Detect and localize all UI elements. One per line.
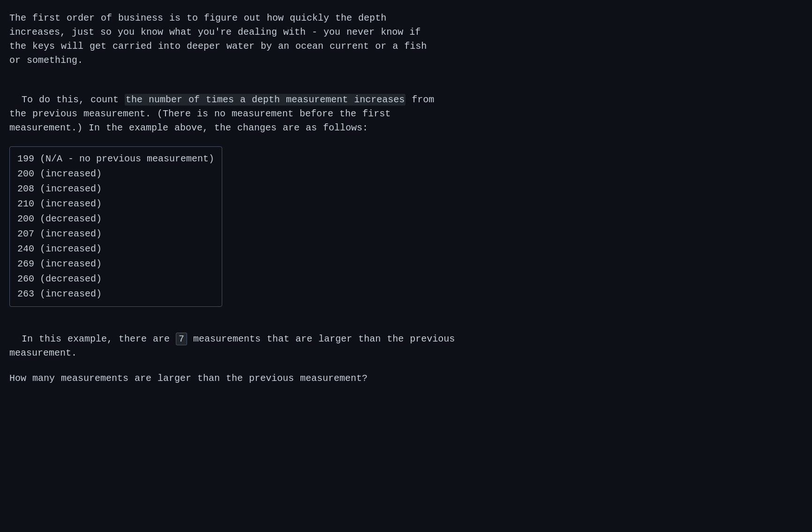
code-line: 208 (increased): [17, 182, 214, 197]
code-line: 200 (decreased): [17, 212, 214, 227]
code-line: 263 (increased): [17, 287, 214, 302]
summary-paragraph: In this example, there are 7 measurement…: [9, 318, 803, 360]
instruction-highlight: the number of times a depth measurement …: [125, 94, 406, 106]
code-line: 200 (increased): [17, 167, 214, 182]
code-line: 199 (N/A - no previous measurement): [17, 152, 214, 167]
code-block: 199 (N/A - no previous measurement)200 (…: [9, 146, 222, 307]
instruction-paragraph: To do this, count the number of times a …: [9, 79, 803, 135]
instruction-text-before: To do this, count: [22, 94, 125, 105]
code-line: 260 (decreased): [17, 272, 214, 287]
intro-paragraph: The first order of business is to figure…: [9, 11, 803, 68]
question-paragraph: How many measurements are larger than th…: [9, 372, 803, 386]
code-line: 207 (increased): [17, 227, 214, 242]
code-line: 210 (increased): [17, 197, 214, 212]
summary-text-before: In this example, there are: [22, 334, 176, 344]
code-line: 240 (increased): [17, 242, 214, 257]
code-line: 269 (increased): [17, 257, 214, 272]
summary-number: 7: [176, 333, 187, 345]
